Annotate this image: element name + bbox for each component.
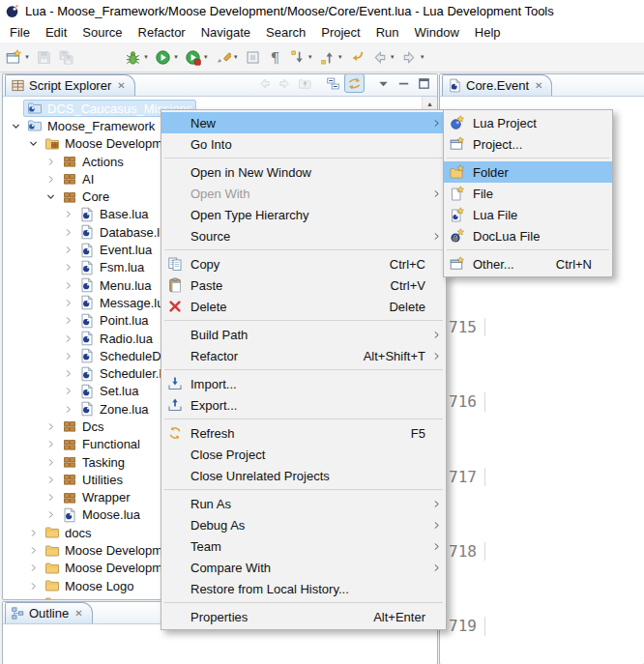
expand-arrow[interactable] xyxy=(61,333,75,344)
menu-item[interactable]: Import... xyxy=(161,373,446,394)
toolbar-button[interactable] xyxy=(347,45,367,69)
submenu-item[interactable]: Folder xyxy=(444,161,612,183)
menubar-item[interactable]: Run xyxy=(368,23,407,42)
view-tool-button[interactable] xyxy=(324,74,342,92)
menu-item[interactable]: Run As xyxy=(161,493,446,514)
expand-arrow[interactable] xyxy=(44,457,58,468)
dropdown-caret-icon[interactable]: ▼ xyxy=(420,54,425,60)
dropdown-caret-icon[interactable]: ▼ xyxy=(24,54,30,60)
chevclosed-icon[interactable] xyxy=(45,174,56,185)
menu-item[interactable]: Refresh F5 xyxy=(161,422,446,444)
expand-arrow[interactable] xyxy=(26,581,41,592)
menubar-item[interactable]: File xyxy=(2,23,38,42)
submenu-item[interactable]: DocLua File xyxy=(444,225,612,246)
chevclosed-icon[interactable] xyxy=(28,581,39,592)
menu-item[interactable]: Source xyxy=(161,225,446,246)
toolbar-button[interactable] xyxy=(77,45,122,69)
menubar-item[interactable]: Navigate xyxy=(193,23,258,42)
menu-item[interactable]: Refactor Alt+Shift+T xyxy=(161,345,446,366)
dropdown-caret-icon[interactable]: ▼ xyxy=(390,54,395,60)
chevclosed-icon[interactable] xyxy=(45,475,56,485)
expand-arrow[interactable] xyxy=(26,138,41,149)
expand-arrow[interactable] xyxy=(44,475,58,485)
menu-item[interactable]: Go Into xyxy=(161,133,446,155)
dropdown-caret-icon[interactable]: ▼ xyxy=(233,54,239,60)
tab-outline[interactable]: Outline ✕ xyxy=(5,602,93,623)
submenu-item[interactable]: Lua Project xyxy=(444,112,612,133)
menu-item[interactable]: Close Unrelated Projects xyxy=(161,465,446,486)
expand-arrow[interactable] xyxy=(61,245,75,255)
expand-arrow[interactable] xyxy=(61,404,75,415)
toolbar-button[interactable] xyxy=(243,45,263,69)
toolbar-button[interactable]: ▼ xyxy=(369,45,397,69)
menubar-item[interactable]: Window xyxy=(407,23,467,42)
menu-item[interactable]: Close Project xyxy=(161,444,446,465)
chevclosed-icon[interactable] xyxy=(28,528,39,538)
chevclosed-icon[interactable] xyxy=(45,509,56,520)
view-tool-button[interactable] xyxy=(276,74,294,92)
toolbar-button[interactable] xyxy=(34,45,54,69)
menubar-item[interactable]: Help xyxy=(467,23,509,42)
submenu-item[interactable]: Project... xyxy=(444,133,612,155)
expand-arrow[interactable] xyxy=(61,280,75,291)
menubar-item[interactable]: Project xyxy=(313,23,367,42)
chevclosed-icon[interactable] xyxy=(63,262,73,273)
expand-arrow[interactable] xyxy=(61,386,75,396)
toolbar-button[interactable]: ▼ xyxy=(123,45,151,69)
chevopen-icon[interactable] xyxy=(11,121,21,131)
menubar-item[interactable]: Search xyxy=(258,23,313,42)
menu-item[interactable]: Compare With xyxy=(161,557,446,578)
view-tool-button[interactable] xyxy=(344,73,365,93)
view-tool-button[interactable] xyxy=(296,74,314,92)
menubar-item[interactable]: Refactor xyxy=(131,23,193,42)
menubar-item[interactable]: Edit xyxy=(38,23,74,42)
menu-item[interactable]: Delete Delete xyxy=(161,296,446,317)
menu-item[interactable]: Copy Ctrl+C xyxy=(161,253,446,274)
chevclosed-icon[interactable] xyxy=(63,209,73,219)
expand-arrow[interactable] xyxy=(44,492,58,503)
menu-item[interactable]: Team xyxy=(161,535,446,557)
chevclosed-icon[interactable] xyxy=(63,404,73,415)
expand-arrow[interactable] xyxy=(61,209,75,219)
chevclosed-icon[interactable] xyxy=(28,598,39,599)
close-icon[interactable]: ✕ xyxy=(74,609,82,619)
toolbar-button[interactable]: ▼ xyxy=(287,45,315,69)
toolbar-button[interactable]: ▼ xyxy=(317,45,345,69)
chevclosed-icon[interactable] xyxy=(28,563,39,573)
dropdown-caret-icon[interactable]: ▼ xyxy=(203,54,209,60)
toolbar-button[interactable] xyxy=(265,45,285,69)
view-tool-button[interactable] xyxy=(255,74,274,92)
dropdown-caret-icon[interactable]: ▼ xyxy=(337,54,343,60)
chevclosed-icon[interactable] xyxy=(63,315,73,326)
chevclosed-icon[interactable] xyxy=(45,157,56,167)
scroll-up-icon[interactable]: ▲ xyxy=(423,97,437,110)
menu-item[interactable]: Build Path xyxy=(161,324,446,345)
dropdown-caret-icon[interactable]: ▼ xyxy=(307,54,313,60)
expand-arrow[interactable] xyxy=(61,315,75,326)
menu-item[interactable]: New xyxy=(161,112,446,133)
toolbar-button[interactable] xyxy=(56,45,76,69)
chevclosed-icon[interactable] xyxy=(63,227,73,238)
expand-arrow[interactable] xyxy=(61,351,75,361)
menu-item[interactable]: Restore from Local History... xyxy=(161,578,446,599)
toolbar-button[interactable]: ▼ xyxy=(183,45,211,69)
tab-core-event[interactable]: Core.Event ✕ xyxy=(442,74,552,96)
expand-arrow[interactable] xyxy=(26,598,41,599)
menu-item[interactable]: Export... xyxy=(161,394,446,416)
toolbar-button[interactable]: ▼ xyxy=(399,45,427,69)
menu-item[interactable]: Open With xyxy=(161,183,446,204)
expand-arrow[interactable] xyxy=(61,227,75,238)
chevclosed-icon[interactable] xyxy=(63,351,73,361)
chevclosed-icon[interactable] xyxy=(28,545,39,556)
expand-arrow[interactable] xyxy=(26,545,41,556)
menu-item[interactable]: Paste Ctrl+V xyxy=(161,274,446,296)
view-tool-button[interactable] xyxy=(374,74,393,92)
submenu-item[interactable]: Other... Ctrl+N xyxy=(444,253,612,274)
chevclosed-icon[interactable] xyxy=(63,386,73,396)
expand-arrow[interactable] xyxy=(61,298,75,308)
chevclosed-icon[interactable] xyxy=(63,368,73,379)
menu-item[interactable]: Open Type Hierarchy xyxy=(161,204,446,225)
toolbar-button[interactable]: ▼ xyxy=(213,45,241,69)
expand-arrow[interactable] xyxy=(44,509,58,520)
dropdown-caret-icon[interactable]: ▼ xyxy=(143,54,149,60)
